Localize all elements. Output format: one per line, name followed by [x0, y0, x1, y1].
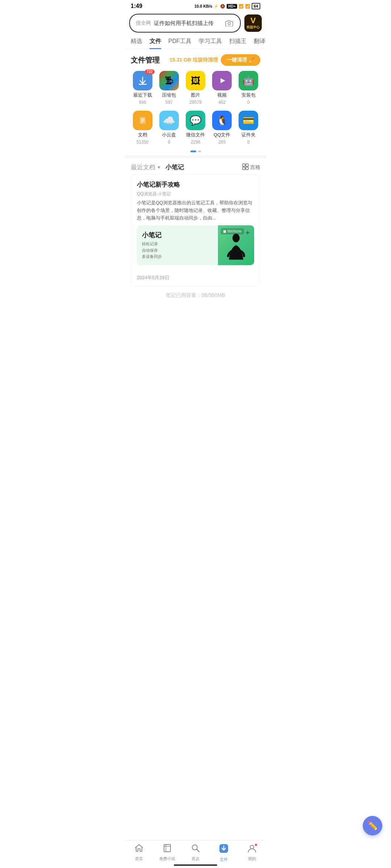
tab-study[interactable]: 学习工具 [199, 38, 222, 49]
file-icon-qq: 🐧 [212, 111, 232, 130]
search-text: 证件如何用手机扫描上传 [154, 20, 221, 27]
file-icon-apk-wrap: 🤖 [239, 71, 258, 90]
dot-1 [190, 150, 196, 152]
signal2-icon: 📶 [245, 4, 250, 9]
tab-translate[interactable]: 翻译 [254, 38, 265, 49]
file-icon-zip-wrap: 🗜 [159, 71, 179, 90]
network-speed: 10.0 KB/s [194, 4, 213, 8]
note-card[interactable]: 小笔记新手攻略 QQ浏览器·小笔记 小笔记是QQ浏览器推出的云笔记工具，帮助你在… [131, 174, 260, 286]
file-count-doc: 51350 [136, 140, 148, 145]
note-date: 2024年5月29日 [131, 271, 260, 286]
file-item-qq[interactable]: 🐧 QQ文件 265 [210, 111, 234, 145]
file-item-apk[interactable]: 🤖 安装包 0 [237, 71, 260, 105]
file-count-apk: 0 [247, 100, 250, 105]
file-icon-apk: 🤖 [239, 71, 258, 90]
status-icons: 10.0 KB/s ⚡ 🔕 HD+ 📶 📶 64 [194, 3, 260, 9]
file-name-id: 证件夹 [241, 132, 256, 138]
search-area: 搜全网 证件如何用手机扫描上传 V 权益中心 [125, 11, 266, 35]
tab-scan[interactable]: 扫描王 [229, 38, 247, 49]
note-image-inner: 小笔记 轻松记录 自动保存 多设备同步 ◼ WeNote ＋ [137, 225, 254, 265]
trash-size: 15.31 GB 垃圾待清理 [169, 57, 218, 63]
chevron-down-icon: ▼ [157, 165, 161, 170]
file-name-cloud: 小云盘 [162, 132, 176, 138]
file-name-zip: 压缩包 [162, 92, 176, 98]
recent-header: 最近文档 ▼ 小笔记 宫格 [125, 158, 266, 174]
file-name-video: 视频 [217, 92, 227, 98]
svg-rect-4 [141, 120, 144, 121]
note-img-right: ◼ WeNote ＋ [218, 225, 254, 265]
plus-icon: ＋ [244, 227, 251, 237]
file-icon-image: 🖼 [186, 71, 205, 90]
file-icon-id: 💳 [239, 111, 258, 130]
file-icon-cloud: ☁️ [159, 111, 179, 130]
file-icon-video-wrap [212, 71, 232, 90]
clean-button[interactable]: 一键清理 🧹 [221, 54, 260, 66]
svg-rect-9 [246, 167, 248, 170]
tab-pdf[interactable]: PDF工具 [168, 38, 192, 49]
search-box[interactable]: 搜全网 证件如何用手机扫描上传 [129, 14, 241, 33]
file-name-doc: 文档 [138, 132, 147, 138]
trash-info: 15.31 GB 垃圾待清理 一键清理 🧹 [169, 54, 260, 66]
grid-view-toggle[interactable]: 宫格 [242, 163, 260, 171]
wenote-logo: ◼ WeNote [221, 228, 244, 234]
file-item-zip[interactable]: 🗜 压缩包 597 [157, 71, 181, 105]
camera-icon[interactable] [224, 18, 234, 28]
file-item-video[interactable]: 视频 462 [210, 71, 234, 105]
note-image-preview: 小笔记 轻松记录 自动保存 多设备同步 ◼ WeNote ＋ [137, 225, 254, 265]
note-source: QQ浏览器·小笔记 [137, 191, 254, 197]
clean-icon: 🧹 [248, 57, 255, 63]
file-icon-wechat-wrap: 💬 [186, 111, 205, 130]
silhouette-figure [225, 233, 247, 261]
wenote-sub1: 轻松记录 [142, 241, 213, 247]
apk-emoji: 🤖 [243, 75, 254, 86]
file-item-id[interactable]: 💳 证件夹 0 [237, 111, 260, 145]
file-name-download: 最近下载 [133, 92, 152, 98]
file-item-doc[interactable]: 文档 51350 [131, 111, 154, 145]
svg-rect-6 [243, 164, 245, 166]
dot-2 [198, 150, 201, 152]
file-count-id: 0 [247, 140, 250, 145]
file-count-image: 28579 [189, 100, 201, 105]
note-description: 小笔记是QQ浏览器推出的云笔记工具，帮助你在浏览与创作的各个场景，随时随地记录、… [137, 199, 254, 222]
file-item-image[interactable]: 🖼 图片 28579 [184, 71, 207, 105]
file-management-section: 文件管理 15.31 GB 垃圾待清理 一键清理 🧹 722 最近下载 946 [125, 49, 266, 152]
vip-badge[interactable]: V 权益中心 [244, 14, 262, 32]
file-count-cloud: 0 [168, 140, 170, 145]
qq-emoji: 🐧 [216, 115, 228, 126]
tab-file[interactable]: 文件 [150, 38, 161, 49]
note-title: 小笔记新手攻略 [137, 180, 254, 189]
tab-recent-docs[interactable]: 最近文档 ▼ [131, 163, 161, 171]
file-icon-wechat: 💬 [186, 111, 205, 130]
file-icon-doc [133, 111, 152, 130]
file-icon-qq-wrap: 🐧 [212, 111, 232, 130]
file-icon-doc-wrap [133, 111, 152, 130]
grid-view-label: 宫格 [250, 164, 260, 171]
svg-point-0 [228, 22, 231, 25]
wenote-sub2: 自动保存 [142, 247, 213, 254]
file-management-title: 文件管理 [131, 55, 160, 65]
storage-info: 笔记已用容量：0B/500MB [125, 286, 266, 305]
file-item-cloud[interactable]: ☁️ 小云盘 0 [157, 111, 181, 145]
status-time: 1:49 [131, 3, 142, 9]
file-item-download[interactable]: 722 最近下载 946 [131, 71, 154, 105]
file-count-zip: 597 [165, 100, 173, 105]
image-emoji: 🖼 [191, 75, 200, 86]
file-icon-video [212, 71, 232, 90]
wenote-sub3: 多设备同步 [142, 254, 213, 260]
file-icon-image-wrap: 🖼 [186, 71, 205, 90]
tab-notes[interactable]: 小笔记 [165, 163, 184, 171]
storage-label: 笔记已用容量：0B/500MB [166, 292, 225, 298]
tabs-bar: 精选 文件 PDF工具 学习工具 扫描王 翻译 [125, 35, 266, 49]
file-grid-row2: 文档 51350 ☁️ 小云盘 0 💬 微信文件 2296 [131, 111, 260, 148]
svg-rect-3 [141, 119, 144, 119]
file-icon-cloud-wrap: ☁️ [159, 111, 179, 130]
file-item-wechat[interactable]: 💬 微信文件 2296 [184, 111, 207, 145]
file-icon-download-wrap: 722 [133, 71, 152, 90]
file-count-download: 946 [139, 100, 146, 105]
note-card-content: 小笔记新手攻略 QQ浏览器·小笔记 小笔记是QQ浏览器推出的云笔记工具，帮助你在… [131, 175, 260, 271]
download-badge: 722 [145, 69, 155, 74]
note-img-left: 小笔记 轻松记录 自动保存 多设备同步 [137, 225, 218, 265]
section-divider [125, 155, 266, 158]
tab-selected[interactable]: 精选 [131, 38, 142, 49]
svg-rect-8 [243, 167, 245, 170]
